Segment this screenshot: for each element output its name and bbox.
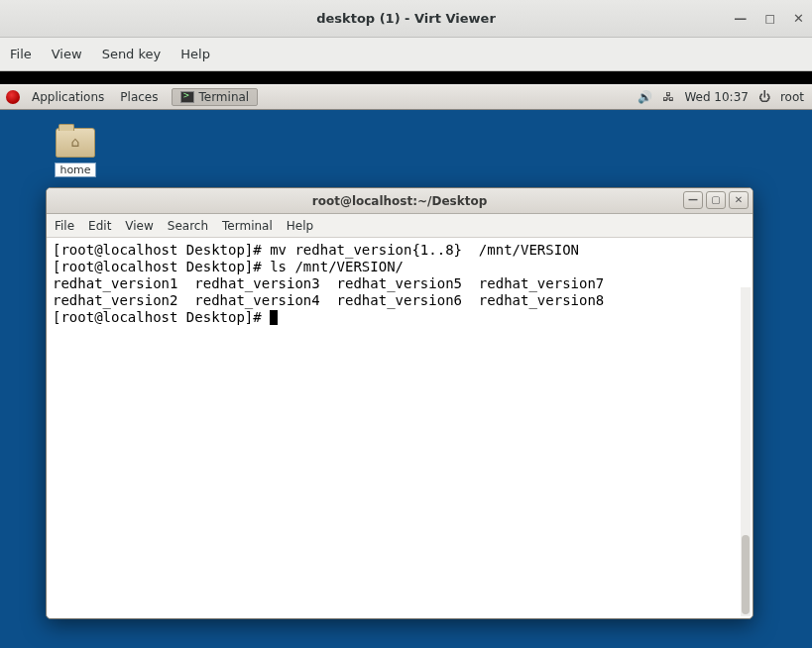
terminal-maximize-button[interactable]: ▢ <box>706 191 726 209</box>
virt-viewer-menubar: File View Send key Help <box>0 38 812 71</box>
virt-menu-sendkey[interactable]: Send key <box>102 47 162 61</box>
terminal-menu-help[interactable]: Help <box>287 219 313 233</box>
terminal-minimize-button[interactable]: — <box>683 191 703 209</box>
terminal-scrollbar-thumb[interactable] <box>742 535 750 614</box>
volume-icon[interactable]: 🔊 <box>638 90 652 104</box>
terminal-close-button[interactable]: ✕ <box>729 191 749 209</box>
places-menu[interactable]: Places <box>112 90 166 104</box>
terminal-line: redhat_version2 redhat_version4 redhat_v… <box>53 292 604 308</box>
terminal-cursor <box>270 310 278 325</box>
terminal-icon <box>180 91 194 103</box>
power-icon[interactable]: ⏻ <box>758 90 770 104</box>
panel-clock[interactable]: Wed 10:37 <box>684 90 749 104</box>
taskbar-item-terminal-label: Terminal <box>198 90 249 104</box>
terminal-output[interactable]: [root@localhost Desktop]# mv redhat_vers… <box>47 238 753 618</box>
terminal-window: root@localhost:~/Desktop — ▢ ✕ File Edit… <box>46 187 754 619</box>
terminal-menu-edit[interactable]: Edit <box>88 219 111 233</box>
viewer-letterbox-top <box>0 71 812 84</box>
gnome-top-panel: Applications Places Terminal 🔊 🖧 Wed 10:… <box>0 84 812 110</box>
terminal-menu-view[interactable]: View <box>125 219 153 233</box>
terminal-menubar: File Edit View Search Terminal Help <box>47 214 753 238</box>
virt-minimize-button[interactable]: — <box>734 11 747 26</box>
virt-menu-view[interactable]: View <box>52 47 82 61</box>
terminal-line: [root@localhost Desktop]# mv redhat_vers… <box>53 242 579 258</box>
terminal-line: redhat_version1 redhat_version3 redhat_v… <box>53 275 604 291</box>
virt-viewer-titlebar: desktop (1) - Virt Viewer — ◻ ✕ <box>0 0 812 38</box>
virt-menu-file[interactable]: File <box>10 47 32 61</box>
terminal-line: [root@localhost Desktop]# ls /mnt/VERSIO… <box>53 259 404 274</box>
gnome-desktop[interactable]: home root@localhost:~/Desktop — ▢ ✕ File… <box>0 110 812 648</box>
panel-user[interactable]: root <box>780 90 804 104</box>
terminal-window-controls: — ▢ ✕ <box>683 191 749 209</box>
terminal-menu-search[interactable]: Search <box>168 219 208 233</box>
home-folder-icon <box>56 128 95 158</box>
virt-window-controls: — ◻ ✕ <box>734 0 804 37</box>
terminal-menu-file[interactable]: File <box>55 219 74 233</box>
terminal-scrollbar[interactable] <box>741 287 751 616</box>
desktop-home-label: home <box>55 162 95 177</box>
applications-menu[interactable]: Applications <box>24 90 112 104</box>
terminal-prompt: [root@localhost Desktop]# <box>53 309 270 325</box>
terminal-menu-terminal[interactable]: Terminal <box>222 219 273 233</box>
desktop-home-launcher[interactable]: home <box>52 128 99 177</box>
terminal-title: root@localhost:~/Desktop <box>312 194 488 208</box>
network-icon[interactable]: 🖧 <box>662 90 674 104</box>
distro-logo-icon <box>6 90 20 104</box>
virt-maximize-button[interactable]: ◻ <box>764 11 775 26</box>
taskbar-item-terminal[interactable]: Terminal <box>172 88 258 106</box>
virt-close-button[interactable]: ✕ <box>793 11 804 26</box>
virt-menu-help[interactable]: Help <box>180 47 210 61</box>
terminal-titlebar[interactable]: root@localhost:~/Desktop — ▢ ✕ <box>47 188 753 214</box>
virt-viewer-title: desktop (1) - Virt Viewer <box>316 11 496 26</box>
